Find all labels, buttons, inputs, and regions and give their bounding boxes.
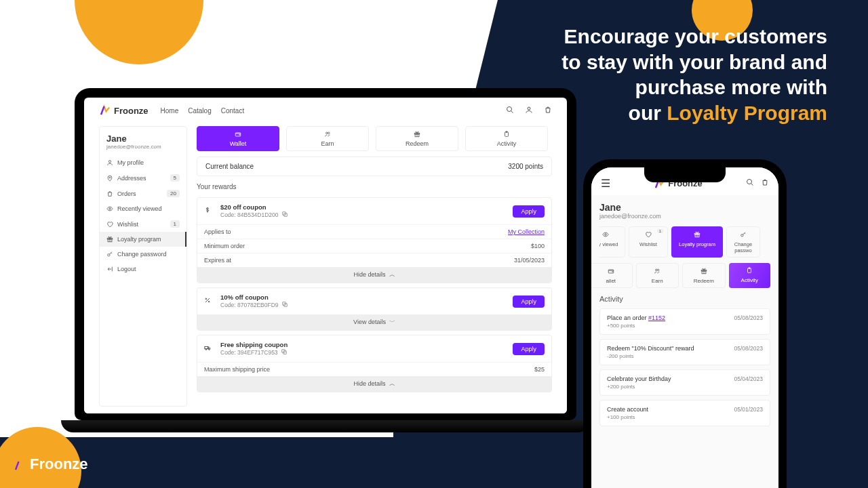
sidebar-item-orders[interactable]: Orders20 <box>100 186 186 201</box>
truck-icon <box>204 344 214 354</box>
activity-row: Create account+100 points05/01/2023 <box>599 400 770 426</box>
balance-label: Current balance <box>205 163 254 170</box>
sidebar-item-addresses[interactable]: Addresses5 <box>100 170 186 186</box>
activity-date: 05/08/2023 <box>734 345 763 352</box>
svg-line-33 <box>751 184 753 186</box>
svg-point-34 <box>605 234 607 236</box>
svg-point-42 <box>658 269 660 271</box>
tab-activity[interactable]: Activity <box>465 126 548 151</box>
tab-wallet[interactable]: Wallet <box>197 126 279 151</box>
svg-point-24 <box>208 301 210 302</box>
sidebar-item-my-profile[interactable]: My profile <box>100 155 186 170</box>
sidebar-item-label: Recently viewed <box>117 205 162 212</box>
sidebar-item-wishlist[interactable]: Wishlist1 <box>100 216 186 232</box>
wallet-icon <box>235 131 241 139</box>
sidebar-item-recently-viewed[interactable]: Recently viewed <box>100 201 186 216</box>
mobile-nav-loyalty-program[interactable]: Loyalty program <box>671 226 723 258</box>
hamburger-icon[interactable]: ☰ <box>601 177 610 190</box>
copy-icon[interactable] <box>281 211 288 219</box>
sidebar-badge: 5 <box>170 174 180 182</box>
reward-detail-row: Maximum shipping price$25 <box>197 362 551 376</box>
svg-point-32 <box>747 180 752 184</box>
user-icon <box>106 159 113 166</box>
svg-point-4 <box>109 177 111 178</box>
order-link[interactable]: #1152 <box>648 314 665 321</box>
reward-link[interactable]: My Collection <box>508 228 545 235</box>
svg-point-12 <box>326 132 328 134</box>
reward-title: 10% off coupon <box>220 293 506 301</box>
reward-code: Code: 870782EB0FD9 <box>220 301 506 309</box>
tab-label: Redeem <box>694 278 714 284</box>
details-toggle[interactable]: View details ﹀ <box>197 314 551 330</box>
reward-detail-row: Expires at31/05/2023 <box>197 253 551 267</box>
nav-badge: 1 <box>657 229 663 233</box>
heart-icon <box>106 221 113 228</box>
svg-point-13 <box>328 132 330 134</box>
sidebar-item-logout[interactable]: Logout <box>100 262 186 277</box>
mobile-nav-ntly-viewed[interactable]: ntly viewed <box>599 226 625 258</box>
apply-button[interactable]: Apply <box>513 296 545 308</box>
sidebar-item-label: My profile <box>117 159 144 166</box>
sidebar-item-loyalty-program[interactable]: Loyalty program <box>100 232 186 247</box>
cart-icon[interactable] <box>544 106 552 116</box>
sidebar-item-change-password[interactable]: Change password <box>100 247 186 262</box>
reward-detail-row: Minimum order$100 <box>197 239 551 253</box>
copy-icon[interactable] <box>281 348 288 357</box>
sidebar-item-label: Change password <box>117 251 167 258</box>
reward-card: Free shipping couponCode: 394EF717C953 A… <box>197 335 552 392</box>
mobile-tab-redeem[interactable]: Redeem <box>682 263 726 288</box>
apply-button[interactable]: Apply <box>513 205 545 218</box>
logo-icon <box>99 104 111 117</box>
reward-title: Free shipping coupon <box>220 341 506 348</box>
key-icon <box>740 231 747 239</box>
sidebar-badge: 1 <box>170 220 180 228</box>
sidebar-item-label: Wishlist <box>117 221 138 228</box>
tab-redeem[interactable]: Redeem <box>376 126 458 151</box>
activity-points: -200 points <box>607 353 694 359</box>
mobile-tab-activity[interactable]: Activity <box>729 263 771 288</box>
nav-link[interactable]: Catalog <box>188 107 211 115</box>
svg-rect-27 <box>205 346 208 348</box>
activity-title: Activity <box>599 295 770 303</box>
nav-label: Wishlist <box>639 241 657 247</box>
svg-point-11 <box>239 134 240 135</box>
user-icon[interactable] <box>525 106 533 116</box>
svg-point-41 <box>656 269 658 271</box>
details-toggle[interactable]: Hide details ︿ <box>197 267 551 283</box>
tab-earn[interactable]: Earn <box>286 126 369 151</box>
sidebar-badge: 20 <box>167 190 180 197</box>
desktop-header: Froonze Home Catalog Contact <box>84 98 567 123</box>
mobile-nav-change-passwo[interactable]: Change passwo <box>726 226 760 258</box>
mobile-tab-allet[interactable]: allet <box>591 263 633 288</box>
sidebar-item-label: Loyalty program <box>117 236 161 243</box>
account-sidebar: Jane janedoe@froonze.com My profileAddre… <box>99 126 187 407</box>
svg-point-2 <box>528 107 530 110</box>
apply-button[interactable]: Apply <box>513 343 545 355</box>
search-icon[interactable] <box>506 106 514 116</box>
nav-label: Change passwo <box>728 241 758 253</box>
svg-point-29 <box>209 348 210 350</box>
reward-detail-row: Applies toMy Collection <box>197 224 551 239</box>
tab-label: Earn <box>321 140 334 147</box>
nav-label: Loyalty program <box>679 241 715 247</box>
sidebar-item-label: Orders <box>117 190 136 197</box>
mobile-tab-earn[interactable]: Earn <box>636 263 679 288</box>
pin-icon <box>106 175 113 182</box>
reward-code: Code: 394EF717C953 <box>220 348 506 357</box>
eye-icon <box>602 231 609 239</box>
activity-row: Celebrate your Birthday+200 points05/04/… <box>599 369 770 396</box>
activity-points: +200 points <box>607 384 671 390</box>
nav-link[interactable]: Home <box>161 107 179 115</box>
details-toggle[interactable]: Hide details ︿ <box>197 376 551 392</box>
desktop-logo: Froonze <box>99 104 149 117</box>
mobile-nav-wishlist[interactable]: 1Wishlist <box>629 226 668 258</box>
circle-decor-1 <box>75 0 203 64</box>
activity-date: 05/04/2023 <box>734 375 763 382</box>
cart-icon[interactable] <box>761 178 769 188</box>
search-icon[interactable] <box>746 178 754 188</box>
activity-row: Redeem "10% Discount" reward-200 points0… <box>599 339 770 365</box>
nav-link[interactable]: Contact <box>221 107 244 115</box>
copy-icon[interactable] <box>281 301 288 309</box>
tab-label: Redeem <box>406 140 429 147</box>
tab-label: Activity <box>741 277 758 283</box>
